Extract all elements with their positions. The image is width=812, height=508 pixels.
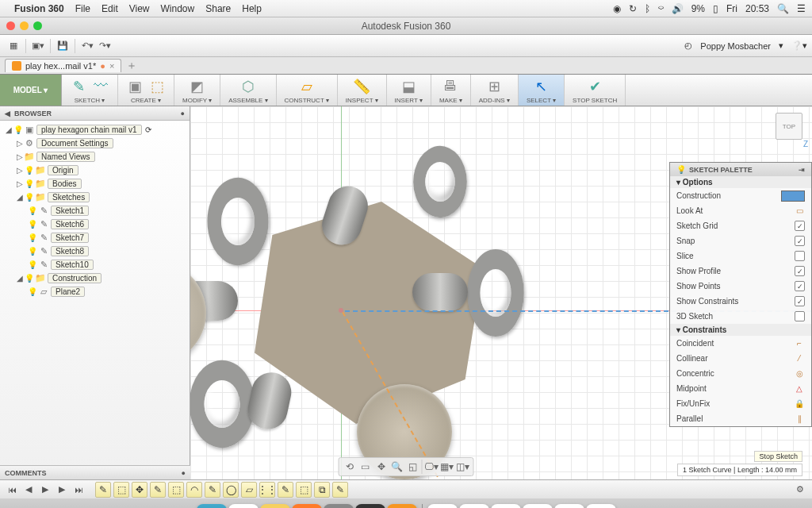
browser-header[interactable]: ◀BROWSER●: [0, 106, 190, 121]
data-panel-icon[interactable]: ▦: [5, 37, 22, 55]
node-root[interactable]: ◢▣play hexagon chain mail v1⟳: [0, 123, 190, 137]
checkbox[interactable]: [795, 236, 805, 246]
doc-icon[interactable]: 📄: [427, 504, 458, 508]
settings-icon[interactable]: ⚙: [324, 504, 354, 508]
document-tab[interactable]: play hex...mail v1* ● ×: [5, 59, 121, 72]
tool-sketch[interactable]: ✎〰SKETCH ▾: [62, 75, 118, 106]
file-menu-icon[interactable]: ▣▾: [29, 37, 47, 55]
feature-mirror[interactable]: ⧉: [314, 482, 330, 498]
tool-insert[interactable]: ⬓INSERT ▾: [387, 75, 431, 106]
doc-icon[interactable]: 📃: [459, 504, 489, 508]
bulb-icon[interactable]: [13, 125, 24, 136]
app-menu[interactable]: Fusion 360: [14, 3, 64, 14]
trash-icon[interactable]: 🗑: [586, 504, 616, 508]
node-origin[interactable]: ▷📁Origin: [0, 164, 190, 177]
palette-header[interactable]: 💡SKETCH PALETTE⇥: [670, 163, 811, 176]
viewport-icon[interactable]: ◫▾: [456, 460, 470, 474]
doc-icon[interactable]: 📊: [554, 504, 584, 508]
feature-plane[interactable]: ▱: [241, 482, 257, 498]
node-sketch10[interactable]: ✎Sketch10: [0, 258, 190, 271]
feature-extrude[interactable]: ⬚: [296, 482, 312, 498]
feature-extrude[interactable]: ⬚: [168, 482, 184, 498]
checkbox[interactable]: [795, 266, 805, 276]
opt-showpoints[interactable]: Show Points: [670, 279, 811, 294]
save-icon[interactable]: 💾: [54, 37, 71, 55]
cylinder-body[interactable]: [412, 273, 468, 311]
node-named-views[interactable]: ▷📁Named Views: [0, 150, 190, 164]
bulb-icon[interactable]: [24, 273, 35, 284]
tool-construct[interactable]: ▱CONSTRUCT ▾: [277, 75, 338, 106]
con-fix[interactable]: Fix/UnFix🔒: [670, 396, 811, 411]
opt-lookat[interactable]: Look At▭: [670, 203, 811, 218]
checkbox[interactable]: [795, 251, 805, 261]
timeline-play[interactable]: ▶: [38, 483, 52, 497]
grid-icon[interactable]: ▦▾: [440, 460, 454, 474]
menu-help[interactable]: Help: [242, 3, 262, 14]
bulb-icon[interactable]: [27, 206, 38, 217]
node-sketch1[interactable]: ✎Sketch1: [0, 204, 190, 217]
view-cube[interactable]: TOP: [776, 113, 802, 140]
help-icon[interactable]: ❔▾: [791, 40, 807, 51]
finder-icon[interactable]: 🙂: [197, 504, 227, 508]
node-sketch7[interactable]: ✎Sketch7: [0, 231, 190, 244]
workspace-switcher[interactable]: MODEL ▾: [0, 75, 62, 106]
con-coincident[interactable]: Coincident⌐: [670, 336, 811, 351]
node-doc-settings[interactable]: ▷⚙Document Settings: [0, 137, 190, 150]
doc-icon[interactable]: 📋: [523, 504, 553, 508]
user-name[interactable]: Poppy Mosbacher: [700, 41, 771, 51]
redo-icon[interactable]: ↷▾: [96, 37, 113, 55]
opt-showconstraints[interactable]: Show Constraints: [670, 294, 811, 309]
tool-stop-sketch[interactable]: ✔STOP SKETCH: [565, 75, 626, 106]
node-sketch8[interactable]: ✎Sketch8: [0, 244, 190, 258]
feature-sketch[interactable]: ✎: [278, 482, 293, 498]
node-construction[interactable]: ◢📁Construction: [0, 271, 190, 285]
con-collinear[interactable]: Collinear⁄: [670, 351, 811, 366]
notes-icon[interactable]: 📝: [260, 504, 290, 508]
fusion-icon[interactable]: F: [387, 504, 417, 508]
feature-fillet[interactable]: ◠: [186, 482, 202, 498]
opt-showprofile[interactable]: Show Profile: [670, 264, 811, 279]
bulb-icon[interactable]: [24, 192, 35, 203]
node-plane2[interactable]: ▱Plane2: [0, 285, 190, 298]
new-tab-button[interactable]: ＋: [126, 59, 137, 73]
bulb-icon[interactable]: [27, 246, 38, 257]
bulb-icon[interactable]: [27, 287, 38, 298]
fit-icon[interactable]: ◱: [406, 460, 420, 474]
menu-edit[interactable]: Edit: [102, 3, 118, 14]
feature-sketch[interactable]: ✎: [95, 482, 111, 498]
feature-move[interactable]: ✥: [132, 482, 147, 498]
palette-section-options[interactable]: ▾ Options: [670, 176, 811, 188]
feature-extrude[interactable]: ⬚: [113, 482, 129, 498]
undo-icon[interactable]: ↶▾: [79, 37, 96, 55]
close-tab-icon[interactable]: ×: [109, 61, 114, 71]
bulb-icon[interactable]: [27, 260, 38, 271]
palette-section-constraints[interactable]: ▾ Constraints: [670, 324, 811, 336]
menu-share[interactable]: Share: [205, 3, 231, 14]
zoom-icon[interactable]: 🔍: [390, 460, 404, 474]
torus-body[interactable]: [467, 249, 524, 337]
checkbox[interactable]: [795, 296, 805, 306]
menu-window[interactable]: Window: [161, 3, 195, 14]
lookat-icon[interactable]: ▭: [794, 206, 805, 215]
opt-construction[interactable]: Construction: [670, 188, 811, 203]
feature-pattern[interactable]: ⋮⋮: [259, 482, 275, 498]
lookat-icon[interactable]: ▭: [358, 460, 373, 474]
con-parallel[interactable]: Parallel∥: [670, 411, 811, 426]
timeline-end[interactable]: ⏭: [71, 483, 86, 497]
bulb-icon[interactable]: [27, 233, 38, 244]
menu-file[interactable]: File: [75, 3, 90, 14]
sketch-point[interactable]: [339, 308, 343, 313]
timeline-fwd[interactable]: ▶: [55, 483, 69, 497]
job-status-icon[interactable]: ◴: [684, 40, 692, 51]
pan-icon[interactable]: ✥: [374, 460, 389, 474]
tool-create[interactable]: ▣⬚CREATE ▾: [118, 75, 174, 106]
photos-icon[interactable]: 🌈: [228, 504, 259, 508]
tool-addins[interactable]: ⊞ADD-INS ▾: [471, 75, 519, 106]
spotlight-icon[interactable]: 🔍: [777, 3, 789, 14]
construction-swatch[interactable]: [781, 190, 805, 202]
terminal-icon[interactable]: ›_: [355, 504, 385, 508]
feature-sketch[interactable]: ✎: [332, 482, 348, 498]
bulb-icon[interactable]: [27, 219, 38, 230]
node-sketch6[interactable]: ✎Sketch6: [0, 217, 190, 231]
firefox-icon[interactable]: 🦊: [292, 504, 322, 508]
